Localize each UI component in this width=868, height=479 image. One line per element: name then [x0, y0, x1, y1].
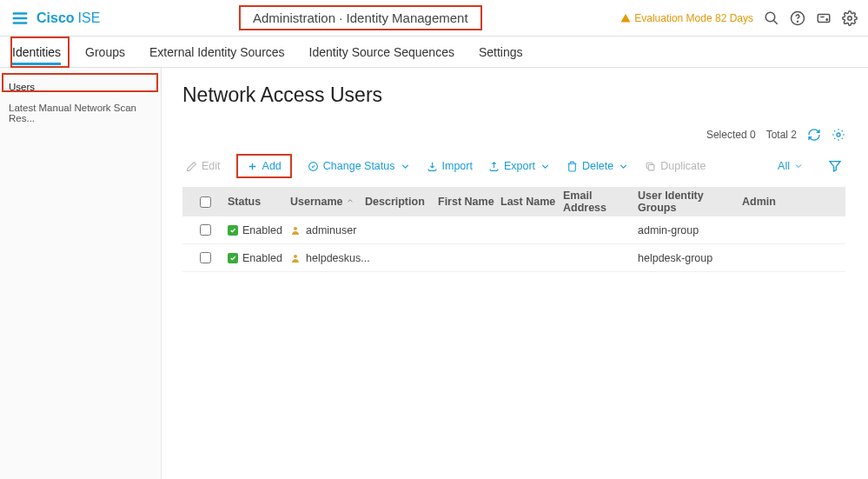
svg-point-9 [294, 227, 297, 230]
delete-label: Delete [582, 160, 613, 172]
top-nav: Identities Groups External Identity Sour… [0, 37, 868, 68]
sort-ascending-icon [346, 196, 354, 208]
tab-groups[interactable]: Groups [85, 37, 125, 67]
export-label: Export [504, 160, 535, 172]
column-last-name[interactable]: Last Name [500, 196, 563, 208]
svg-point-2 [798, 21, 798, 22]
selected-count: Selected 0 [706, 129, 756, 141]
svg-point-0 [765, 12, 775, 22]
notifications-icon[interactable] [816, 10, 832, 26]
chevron-down-icon [793, 161, 804, 171]
tab-identity-source-sequences[interactable]: Identity Source Sequences [309, 37, 454, 67]
chevron-down-icon [540, 161, 551, 172]
status-text: Enabled [242, 252, 282, 264]
column-first-name[interactable]: First Name [438, 196, 500, 208]
filter-funnel-icon[interactable] [828, 159, 842, 173]
column-username[interactable]: Username [290, 196, 365, 208]
sidebar-item-users[interactable]: Users [0, 77, 161, 97]
svg-rect-3 [818, 14, 830, 22]
sidebar-item-latest-scan[interactable]: Latest Manual Network Scan Res... [0, 97, 161, 129]
evaluation-mode-badge[interactable]: Evaluation Mode 82 Days [620, 12, 753, 24]
status-enabled-icon [228, 225, 238, 236]
column-email[interactable]: Email Address [563, 190, 638, 214]
table-row[interactable]: Enabled helpdeskus... helpdesk-group [182, 244, 845, 272]
import-label: Import [442, 160, 473, 172]
plus-icon [247, 161, 258, 172]
svg-rect-8 [649, 164, 655, 170]
refresh-icon[interactable] [807, 128, 821, 142]
trash-icon [567, 161, 578, 172]
select-all-checkbox[interactable] [200, 196, 211, 208]
column-username-label: Username [290, 196, 342, 208]
settings-gear-icon[interactable] [842, 10, 858, 26]
breadcrumb: Administration · Identity Management [239, 5, 482, 30]
user-icon [290, 253, 301, 263]
table-header: Status Username Description First Name L… [182, 187, 845, 216]
edit-button[interactable]: Edit [186, 160, 221, 172]
change-status-label: Change Status [323, 160, 395, 172]
hamburger-menu-icon[interactable] [10, 9, 30, 28]
tab-settings[interactable]: Settings [479, 37, 523, 67]
import-button[interactable]: Import [427, 160, 473, 172]
change-status-button[interactable]: Change Status [308, 160, 411, 172]
column-description[interactable]: Description [365, 196, 438, 208]
username-text: adminuser [306, 224, 356, 236]
toolbar: Edit Add Change Status Import Export [182, 149, 845, 187]
svg-point-6 [837, 133, 840, 136]
filter-all-dropdown[interactable]: All [778, 160, 804, 172]
warning-icon [620, 13, 631, 23]
row-checkbox[interactable] [200, 224, 211, 236]
export-icon [488, 161, 500, 172]
add-button[interactable]: Add [247, 160, 282, 172]
app-header: Cisco ISE Administration · Identity Mana… [0, 0, 868, 37]
highlight-box-add: Add [236, 154, 292, 178]
table-settings-gear-icon[interactable] [832, 128, 845, 142]
duplicate-button[interactable]: Duplicate [645, 160, 706, 172]
add-label: Add [262, 160, 282, 172]
duplicate-icon [645, 161, 656, 172]
row-checkbox[interactable] [200, 252, 211, 263]
search-icon[interactable] [764, 10, 779, 26]
filter-all-label: All [778, 160, 790, 172]
column-status[interactable]: Status [228, 196, 290, 208]
svg-point-10 [294, 255, 297, 258]
user-icon [290, 225, 301, 236]
group-text: helpdesk-group [638, 252, 742, 264]
chevron-down-icon [400, 161, 411, 172]
chevron-down-icon [618, 161, 629, 172]
tab-external-identity-sources[interactable]: External Identity Sources [149, 37, 285, 67]
table-row[interactable]: Enabled adminuser admin-group [182, 216, 845, 244]
change-status-icon [308, 161, 319, 172]
status-badge: Enabled [228, 252, 282, 264]
brand-product: ISE [78, 10, 101, 26]
username-text: helpdeskus... [306, 252, 370, 264]
import-icon [427, 161, 438, 172]
users-table: Status Username Description First Name L… [182, 187, 845, 272]
column-admin[interactable]: Admin [742, 196, 794, 208]
brand-name: Cisco [36, 10, 75, 26]
svg-point-5 [848, 16, 852, 20]
status-text: Enabled [242, 224, 282, 236]
help-icon[interactable] [790, 10, 805, 26]
status-badge: Enabled [228, 224, 282, 236]
evaluation-mode-label: Evaluation Mode 82 Days [634, 12, 753, 24]
tab-identities[interactable]: Identities [12, 37, 61, 67]
pencil-icon [186, 161, 197, 172]
column-identity-groups[interactable]: User Identity Groups [638, 190, 742, 214]
status-enabled-icon [228, 253, 238, 263]
sidebar: Users Latest Manual Network Scan Res... [0, 68, 162, 479]
svg-point-4 [826, 18, 828, 20]
page-title: Network Access Users [182, 83, 845, 107]
export-button[interactable]: Export [488, 160, 551, 172]
total-count: Total 2 [766, 129, 797, 141]
main-content: Network Access Users Selected 0 Total 2 … [162, 68, 868, 479]
group-text: admin-group [638, 224, 742, 236]
edit-label: Edit [202, 160, 221, 172]
duplicate-label: Duplicate [660, 160, 706, 172]
delete-button[interactable]: Delete [567, 160, 629, 172]
